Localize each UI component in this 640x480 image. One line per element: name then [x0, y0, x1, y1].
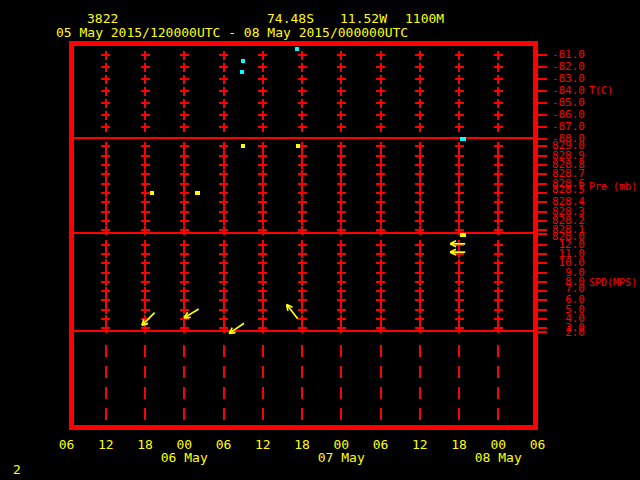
pressure-point	[241, 144, 246, 148]
x-tick-label: 06	[365, 438, 397, 451]
wind-vector-arrow	[450, 241, 465, 247]
pressure-point	[460, 233, 466, 237]
pressure-point	[195, 191, 200, 195]
x-tick-label: 12	[404, 438, 436, 451]
temperature-point	[460, 137, 466, 141]
pressure-tick-label: 828.5	[541, 185, 585, 195]
temperature-point	[241, 59, 245, 63]
temp-unit-label: T(C)	[589, 86, 613, 96]
x-tick-label: 12	[247, 438, 279, 451]
temperature-point	[240, 70, 244, 74]
temp-tick-label: -84.0	[541, 86, 585, 96]
x-date-label: 06 May	[152, 451, 216, 464]
wind-vector-arrow	[229, 323, 244, 333]
speed-tick-label: 2.0	[541, 328, 585, 338]
temp-tick-label: -82.0	[541, 62, 585, 72]
page-number: 2	[13, 463, 21, 476]
pressure-point	[150, 191, 155, 195]
wind-vector-arrow	[287, 304, 298, 318]
temp-tick-label: -85.0	[541, 98, 585, 108]
temp-tick-label: -81.0	[541, 50, 585, 60]
pressure-point	[296, 144, 301, 148]
temp-tick-label: -87.0	[541, 122, 585, 132]
x-tick-label: 18	[129, 438, 161, 451]
x-tick-label: 06	[51, 438, 83, 451]
x-tick-label: 18	[286, 438, 318, 451]
x-date-label: 08 May	[466, 451, 530, 464]
x-tick-label: 06	[208, 438, 240, 451]
pressure-unit-label: Pre (mb)	[589, 182, 637, 192]
x-date-label: 07 May	[309, 451, 373, 464]
wind-arrow-stroke	[229, 333, 235, 334]
temp-tick-label: -86.0	[541, 110, 585, 120]
meteogram-screen: 3822 74.48S 11.52W 1100M 05 May 2015/120…	[0, 0, 640, 480]
x-tick-label: 18	[443, 438, 475, 451]
temp-tick-label: -83.0	[541, 74, 585, 84]
speed-unit-label: SPD(MPS)	[589, 278, 637, 288]
x-tick-label: 12	[90, 438, 122, 451]
x-tick-label: 06	[522, 438, 554, 451]
temperature-point	[295, 47, 299, 51]
